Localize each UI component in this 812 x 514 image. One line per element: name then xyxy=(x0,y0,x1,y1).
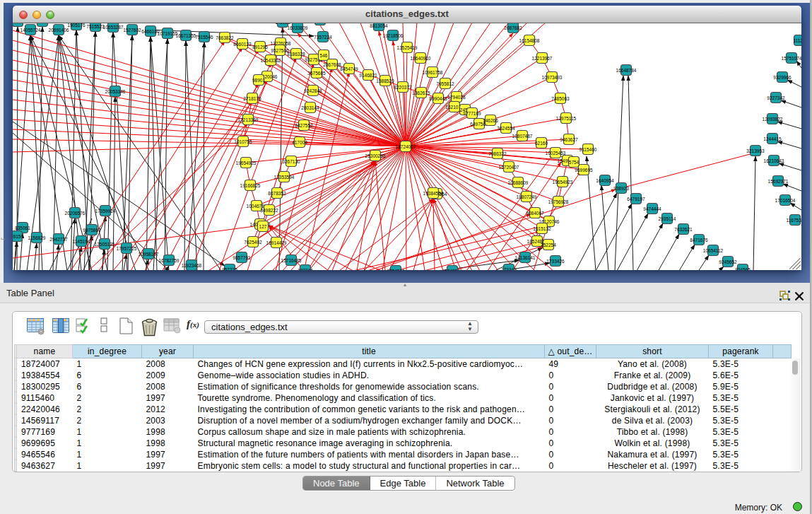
svg-text:15716485: 15716485 xyxy=(281,258,302,263)
svg-text:25300295: 25300295 xyxy=(365,153,386,158)
svg-text:2718176: 2718176 xyxy=(243,96,261,101)
svg-text:1905176: 1905176 xyxy=(67,23,86,28)
svg-text:20206576: 20206576 xyxy=(65,211,86,216)
svg-text:1588520: 1588520 xyxy=(376,78,394,83)
svg-text:16782759: 16782759 xyxy=(159,258,180,263)
svg-text:3267130: 3267130 xyxy=(282,159,300,164)
svg-text:192346: 192346 xyxy=(298,268,313,271)
svg-text:1733426: 1733426 xyxy=(546,259,565,264)
svg-text:1156829: 1156829 xyxy=(28,235,46,240)
svg-text:19654923: 19654923 xyxy=(553,180,573,185)
svg-text:14136141: 14136141 xyxy=(515,255,536,260)
svg-text:12213369: 12213369 xyxy=(238,117,259,122)
svg-text:15692971: 15692971 xyxy=(768,179,789,184)
svg-text:9857791: 9857791 xyxy=(233,255,251,260)
svg-text:835061: 835061 xyxy=(15,226,30,230)
svg-text:7625402: 7625402 xyxy=(244,240,262,245)
svg-text:1244415: 1244415 xyxy=(763,136,782,141)
svg-text:1362615: 1362615 xyxy=(412,90,430,95)
svg-text:9463627: 9463627 xyxy=(560,137,578,142)
svg-text:19654925: 19654925 xyxy=(236,160,257,165)
svg-text:9245652: 9245652 xyxy=(719,259,737,264)
svg-text:10688609: 10688609 xyxy=(508,180,529,185)
svg-text:10973493: 10973493 xyxy=(542,75,563,80)
svg-text:9329966: 9329966 xyxy=(773,75,792,80)
svg-text:891295: 891295 xyxy=(252,45,268,49)
svg-text:9777169: 9777169 xyxy=(463,111,481,116)
svg-text:8427552: 8427552 xyxy=(295,123,313,128)
svg-text:2803144: 2803144 xyxy=(301,105,319,110)
svg-text:9227342: 9227342 xyxy=(767,95,785,100)
svg-text:8990448: 8990448 xyxy=(429,96,447,101)
svg-text:9234502: 9234502 xyxy=(387,269,405,271)
svg-text:16914479: 16914479 xyxy=(266,240,287,245)
svg-text:7515523: 7515523 xyxy=(86,24,105,29)
svg-text:15751074: 15751074 xyxy=(782,56,801,61)
svg-text:20053346: 20053346 xyxy=(105,89,126,94)
svg-text:10807487: 10807487 xyxy=(512,134,533,139)
svg-text:13525419: 13525419 xyxy=(397,45,418,50)
svg-text:12213967: 12213967 xyxy=(532,56,553,61)
svg-text:6794028: 6794028 xyxy=(447,95,466,100)
svg-text:127: 127 xyxy=(259,224,267,229)
svg-text:7663822: 7663822 xyxy=(216,35,234,40)
svg-text:11123: 11123 xyxy=(793,38,801,43)
svg-text:16154808: 16154808 xyxy=(519,38,540,43)
svg-text:3498222: 3498222 xyxy=(260,208,278,213)
svg-text:8678352: 8678352 xyxy=(268,191,286,196)
svg-text:746266: 746266 xyxy=(483,118,498,123)
svg-text:18807249: 18807249 xyxy=(517,194,537,199)
svg-text:1640954: 1640954 xyxy=(596,178,614,183)
svg-text:546: 546 xyxy=(320,53,328,58)
svg-text:2087682: 2087682 xyxy=(504,25,522,30)
svg-text:15720407: 15720407 xyxy=(499,165,519,170)
svg-text:17359924: 17359924 xyxy=(95,209,116,214)
svg-text:10719155: 10719155 xyxy=(158,31,178,36)
svg-text:7986322: 7986322 xyxy=(488,151,507,156)
svg-text:845093: 845093 xyxy=(13,23,25,24)
svg-text:9115460: 9115460 xyxy=(579,147,597,152)
svg-text:1615132: 1615132 xyxy=(533,226,551,231)
svg-text:9242848: 9242848 xyxy=(304,88,322,93)
svg-text:19166825: 19166825 xyxy=(240,183,261,188)
svg-text:1010755: 1010755 xyxy=(234,139,252,144)
svg-text:14055724: 14055724 xyxy=(20,28,41,33)
svg-text:8660123: 8660123 xyxy=(233,42,252,47)
svg-text:17016504: 17016504 xyxy=(775,198,796,203)
svg-text:39159: 39159 xyxy=(13,234,23,239)
svg-text:10025453: 10025453 xyxy=(546,151,566,156)
svg-text:252254: 252254 xyxy=(541,243,556,247)
svg-text:16033809: 16033809 xyxy=(288,25,308,30)
svg-text:7632621: 7632621 xyxy=(674,227,693,232)
svg-text:16648784: 16648784 xyxy=(616,68,637,73)
svg-text:12505135: 12505135 xyxy=(95,242,115,247)
svg-text:3213953: 3213953 xyxy=(746,148,765,153)
svg-text:2867608: 2867608 xyxy=(323,62,341,67)
svg-text:5754: 5754 xyxy=(569,160,579,165)
svg-text:9527506: 9527506 xyxy=(271,48,289,53)
svg-text:2942737: 2942737 xyxy=(49,237,68,242)
svg-text:9699695: 9699695 xyxy=(575,168,593,173)
svg-text:9474444: 9474444 xyxy=(643,206,661,211)
svg-text:134551: 134551 xyxy=(445,269,460,271)
svg-text:173342: 173342 xyxy=(501,267,517,271)
svg-text:10543362: 10543362 xyxy=(261,58,281,63)
svg-text:11923468: 11923468 xyxy=(182,263,202,268)
svg-text:10653287: 10653287 xyxy=(103,25,124,30)
svg-text:417004: 417004 xyxy=(292,140,307,145)
svg-text:16671355: 16671355 xyxy=(176,33,196,38)
svg-text:10654112: 10654112 xyxy=(703,248,724,253)
svg-text:957225: 957225 xyxy=(222,267,237,271)
svg-text:62160: 62160 xyxy=(535,141,548,146)
svg-text:18724007: 18724007 xyxy=(396,144,416,149)
svg-text:98901: 98901 xyxy=(252,78,265,83)
svg-text:20691406: 20691406 xyxy=(49,28,69,33)
svg-text:9084067: 9084067 xyxy=(526,211,544,216)
svg-text:7515546: 7515546 xyxy=(195,35,213,40)
svg-text:8186328: 8186328 xyxy=(287,52,305,57)
svg-text:10958107: 10958107 xyxy=(139,252,159,257)
svg-text:938923: 938923 xyxy=(613,186,629,191)
svg-text:8471676: 8471676 xyxy=(690,238,708,243)
svg-text:1527602: 1527602 xyxy=(123,28,141,33)
svg-text:9146821: 9146821 xyxy=(359,73,377,78)
